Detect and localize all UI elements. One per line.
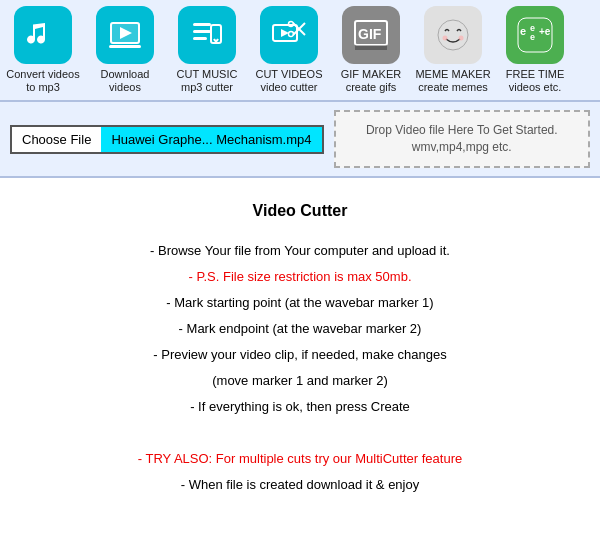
instruction-5: - Preview your video clip, if needed, ma… (30, 342, 570, 368)
gif-icon: GIF (342, 6, 400, 64)
file-name-display: Huawei Graphe... Mechanism.mp4 (101, 125, 323, 154)
meme-icon (424, 6, 482, 64)
svg-text:GIF: GIF (358, 26, 382, 42)
svg-rect-3 (109, 45, 141, 48)
svg-marker-10 (281, 29, 289, 37)
svg-text:e: e (520, 25, 526, 37)
nav-item-free[interactable]: e e e +e FREE TIME videos etc. (496, 6, 574, 94)
free-icon: e e e +e (506, 6, 564, 64)
main-content: Video Cutter - Browse Your file from You… (0, 178, 600, 518)
nav-label-cut-video: CUT VIDEOS video cutter (250, 68, 328, 94)
drop-zone-line1: Drop Video file Here To Get Started. (366, 123, 558, 137)
nav-item-mp3[interactable]: Convert videos to mp3 (4, 6, 82, 94)
drop-zone[interactable]: Drop Video file Here To Get Started. wmv… (334, 110, 590, 168)
svg-point-20 (459, 36, 464, 41)
nav-item-gif[interactable]: GIF GIF MAKER create gifs (332, 6, 410, 94)
nav-label-meme: MEME MAKER create memes (414, 68, 492, 94)
section-title: Video Cutter (30, 202, 570, 220)
nav-label-cut-music: CUT MUSIC mp3 cutter (168, 68, 246, 94)
instruction-4: - Mark endpoint (at the wavebar marker 2… (30, 316, 570, 342)
instruction-7: - If everything is ok, then press Create (30, 394, 570, 420)
upload-section: Choose File Huawei Graphe... Mechanism.m… (0, 102, 600, 178)
instruction-spacer (30, 420, 570, 446)
instruction-2: - P.S. File size restriction is max 50mb… (30, 264, 570, 290)
svg-rect-6 (193, 37, 207, 40)
instruction-list: - Browse Your file from Your computer an… (30, 238, 570, 498)
music-note-icon (14, 6, 72, 64)
svg-point-19 (443, 36, 448, 41)
nav-item-cut-music[interactable]: CUT MUSIC mp3 cutter (168, 6, 246, 94)
svg-text:+e: +e (539, 26, 551, 37)
cut-video-icon (260, 6, 318, 64)
download-video-icon (96, 6, 154, 64)
svg-text:e: e (530, 32, 535, 42)
choose-file-button[interactable]: Choose File (10, 125, 101, 154)
nav-item-meme[interactable]: MEME MAKER create memes (414, 6, 492, 94)
cut-music-icon (178, 6, 236, 64)
svg-point-14 (289, 32, 294, 37)
nav-label-download: Download videos (86, 68, 164, 94)
nav-label-free: FREE TIME videos etc. (496, 68, 574, 94)
svg-point-18 (438, 20, 468, 50)
svg-rect-4 (193, 23, 211, 26)
nav-item-cut-video[interactable]: CUT VIDEOS video cutter (250, 6, 328, 94)
svg-rect-17 (355, 45, 387, 50)
nav-label-gif: GIF MAKER create gifs (332, 68, 410, 94)
nav-label-mp3: Convert videos to mp3 (4, 68, 82, 94)
instruction-8: - TRY ALSO: For multiple cuts try our Mu… (30, 446, 570, 472)
top-nav: Convert videos to mp3 Download videos (0, 0, 600, 102)
instruction-9: - When file is created download it & enj… (30, 472, 570, 498)
nav-item-download[interactable]: Download videos (86, 6, 164, 94)
svg-rect-5 (193, 30, 211, 33)
instruction-1: - Browse Your file from Your computer an… (30, 238, 570, 264)
drop-zone-line2: wmv,mp4,mpg etc. (412, 140, 512, 154)
file-input-area: Choose File Huawei Graphe... Mechanism.m… (10, 125, 324, 154)
instruction-6: (move marker 1 and marker 2) (30, 368, 570, 394)
instruction-3: - Mark starting point (at the wavebar ma… (30, 290, 570, 316)
